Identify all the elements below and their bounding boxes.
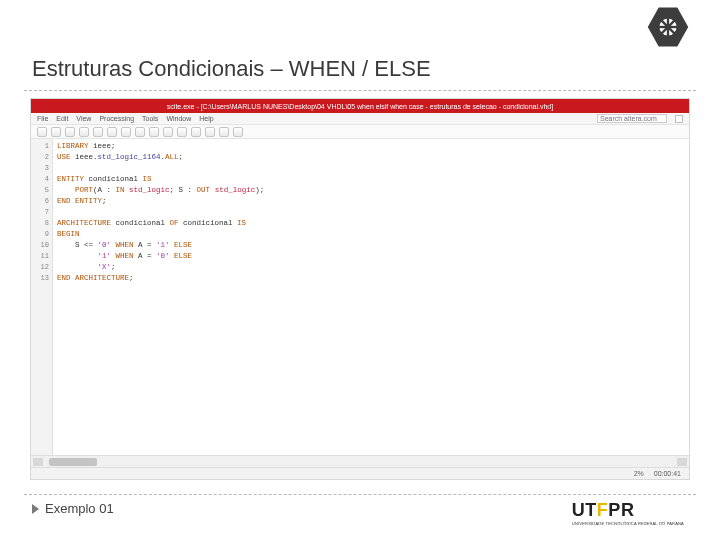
logo-letter-f: F [597, 500, 609, 520]
toolbar-cut-icon[interactable] [93, 127, 103, 137]
toolbar-paste-icon[interactable] [121, 127, 131, 137]
menu-tools[interactable]: Tools [142, 115, 158, 122]
toolbar-settings-icon[interactable] [219, 127, 229, 137]
toolbar-copy-icon[interactable] [107, 127, 117, 137]
status-bar: 2% 00:00:41 [31, 467, 689, 479]
logo-letter-p: P [608, 500, 621, 520]
toolbar-new-icon[interactable] [37, 127, 47, 137]
search-input[interactable] [597, 114, 667, 123]
toolbar-stop-icon[interactable] [205, 127, 215, 137]
menu-edit[interactable]: Edit [56, 115, 68, 122]
institution-emblem [644, 6, 692, 48]
toolbar-print-icon[interactable] [79, 127, 89, 137]
window-titlebar: scite.exe - [C:\Users\MARLUS NUNES\Deskt… [31, 99, 689, 113]
editor-body: 12345678910111213 LIBRARY ieee;USE ieee.… [31, 139, 689, 455]
toolbar-undo-icon[interactable] [135, 127, 145, 137]
scroll-left-icon[interactable] [33, 458, 43, 466]
caption-text: Exemplo 01 [45, 501, 114, 516]
menu-bar: File Edit View Processing Tools Window H… [31, 113, 689, 125]
logo-letter-u: U [572, 500, 586, 520]
toolbar-open-icon[interactable] [51, 127, 61, 137]
menu-processing[interactable]: Processing [99, 115, 134, 122]
toolbar-find-icon[interactable] [163, 127, 173, 137]
toolbar [31, 125, 689, 139]
status-mode: 00:00:41 [654, 470, 681, 477]
menu-window[interactable]: Window [166, 115, 191, 122]
search-button-icon[interactable] [675, 115, 683, 123]
toolbar-redo-icon[interactable] [149, 127, 159, 137]
scroll-thumb[interactable] [49, 458, 97, 466]
menu-file[interactable]: File [37, 115, 48, 122]
logo-letter-t: T [585, 500, 597, 520]
logo-subtitle: UNIVERSIDADE TECNOLÓGICA FEDERAL DO PARA… [572, 521, 684, 526]
toolbar-save-icon[interactable] [65, 127, 75, 137]
status-percent: 2% [634, 470, 644, 477]
logo-letter-r: R [621, 500, 635, 520]
horizontal-scrollbar[interactable] [31, 455, 689, 467]
svg-point-6 [665, 24, 671, 30]
line-number-gutter: 12345678910111213 [31, 139, 53, 455]
slide-title: Estruturas Condicionais – WHEN / ELSE [32, 56, 431, 82]
toolbar-run-icon[interactable] [191, 127, 201, 137]
scroll-right-icon[interactable] [677, 458, 687, 466]
divider-top [24, 90, 696, 91]
toolbar-compile-icon[interactable] [177, 127, 187, 137]
menu-view[interactable]: View [76, 115, 91, 122]
utfpr-logo: UTFPR UNIVERSIDADE TECNOLÓGICA FEDERAL D… [572, 500, 684, 526]
toolbar-help-icon[interactable] [233, 127, 243, 137]
triangle-bullet-icon [32, 504, 39, 514]
menu-help[interactable]: Help [199, 115, 213, 122]
divider-bottom [24, 494, 696, 495]
code-editor-window: scite.exe - [C:\Users\MARLUS NUNES\Deskt… [30, 98, 690, 480]
code-area[interactable]: LIBRARY ieee;USE ieee.std_logic_1164.ALL… [53, 139, 689, 455]
slide-caption: Exemplo 01 [32, 501, 114, 516]
